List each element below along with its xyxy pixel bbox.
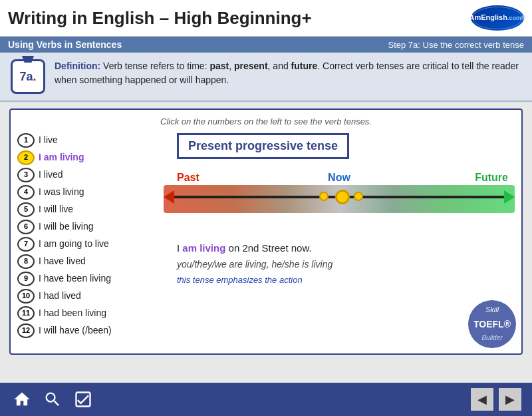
nav-section-label: Using Verbs in Sentences (8, 39, 122, 50)
verb-num-3: 3 (17, 168, 35, 182)
def-future: future (291, 61, 318, 71)
definition-text: Definition: Verb tense refers to time: p… (55, 59, 521, 87)
timeline-future-label: Future (475, 172, 508, 184)
definition-text1: Verb tense refers to time: (103, 61, 209, 71)
verb-text-8: I have lived (39, 255, 86, 268)
check-button[interactable] (72, 388, 94, 411)
bottom-bar: ◀ ▶ (0, 383, 532, 416)
timeline-dot-future (354, 192, 363, 201)
verb-list-item-9[interactable]: 9I have been living (17, 272, 157, 286)
verb-list-item-12[interactable]: 12I will have (/been) (17, 323, 157, 338)
timeline-dot-now (335, 190, 350, 204)
verb-list-item-11[interactable]: 11I had been living (17, 306, 157, 321)
example-area: I am living on 2nd Street now. you/they/… (164, 236, 515, 292)
nav-bar: Using Verbs in Sentences Step 7a: Use th… (0, 37, 532, 53)
header: Writing in English – High Beginning+ AmE… (0, 0, 532, 37)
verb-num-12: 12 (17, 323, 35, 338)
verb-text-10: I had lived (39, 290, 81, 303)
logo-domain: .com® (507, 15, 526, 21)
verb-list-item-7[interactable]: 7I am going to live (17, 237, 157, 252)
verb-text-5: I will live (39, 203, 73, 216)
timeline-now-label: Now (328, 172, 350, 184)
verb-num-11: 11 (17, 306, 35, 321)
verb-text-3: I lived (39, 168, 63, 182)
back-button[interactable]: ◀ (471, 388, 493, 411)
verb-text-9: I have been living (39, 272, 111, 286)
main-content: Click on the numbers on the left to see … (0, 102, 532, 361)
toefl-builder-label: Builder (481, 334, 502, 341)
timeline-past-label: Past (177, 172, 200, 184)
toefl-badge: Skill TOEFL® Builder (468, 300, 516, 348)
verb-list-item-4[interactable]: 4I was living (17, 185, 157, 200)
verb-num-2: 2 (17, 150, 35, 165)
search-button[interactable] (41, 388, 64, 411)
verb-num-9: 9 (17, 272, 35, 286)
logo: AmEnglish.com® (471, 5, 524, 31)
verb-list-item-8[interactable]: 8I have lived (17, 254, 157, 269)
verb-text-11: I had been living (39, 307, 106, 320)
verb-list-item-3[interactable]: 3I lived (17, 168, 157, 182)
def-present: present (234, 61, 268, 71)
verb-num-4: 4 (17, 185, 35, 200)
verb-text-1: I live (39, 134, 58, 147)
step-badge: 7a. (11, 59, 45, 94)
content-inner: 1I live2I am living3I lived4I was living… (17, 133, 515, 341)
verb-list: 1I live2I am living3I lived4I was living… (17, 133, 157, 341)
timeline: Past Now Future (164, 169, 515, 229)
instruction-text: Click on the numbers on the left to see … (17, 116, 515, 126)
verb-text-4: I was living (39, 186, 84, 199)
nav-arrows: ◀ ▶ (471, 388, 521, 411)
verb-num-6: 6 (17, 220, 35, 234)
verb-list-item-10[interactable]: 10I had lived (17, 289, 157, 304)
toefl-badge-outer: Skill TOEFL® Builder (468, 300, 516, 348)
toefl-skill-label: Skill (485, 306, 499, 313)
definition-area: 7a. Definition: Verb tense refers to tim… (0, 53, 532, 102)
verb-text-2: I am living (39, 151, 84, 164)
content-box: Click on the numbers on the left to see … (9, 108, 523, 355)
logo-text: AmEnglish (469, 13, 507, 21)
forward-button[interactable]: ▶ (499, 388, 521, 411)
verb-list-item-5[interactable]: 5I will live (17, 202, 157, 217)
example-conjugation: you/they/we are living, he/she is living (177, 259, 501, 270)
example-note: this tense emphasizes the action (177, 275, 501, 285)
nav-step-label: Step 7a: Use the correct verb tense (388, 40, 525, 50)
verb-num-5: 5 (17, 202, 35, 217)
verb-num-8: 8 (17, 254, 35, 269)
timeline-dot-past (319, 192, 329, 201)
verb-list-item-6[interactable]: 6I will be living (17, 220, 157, 234)
home-button[interactable] (11, 388, 33, 411)
verb-num-1: 1 (17, 133, 35, 148)
example-highlight: am living (182, 242, 225, 254)
app-title: Writing in English – High Beginning+ (8, 8, 312, 29)
def-past: past (209, 61, 229, 71)
definition-label: Definition: (55, 61, 100, 71)
logo-area: AmEnglish.com® (471, 5, 524, 31)
example-after: on 2nd Street now. (225, 242, 311, 254)
verb-text-7: I am going to live (39, 238, 109, 251)
tense-label-box: Present progressive tense (177, 133, 349, 159)
verb-num-10: 10 (17, 289, 35, 304)
verb-text-6: I will be living (39, 220, 93, 234)
right-panel: Present progressive tense Past Now Futur… (164, 133, 515, 341)
verb-text-12: I will have (/been) (39, 324, 112, 337)
example-sentence: I am living on 2nd Street now. (177, 242, 501, 254)
verb-list-item-1[interactable]: 1I live (17, 133, 157, 148)
toefl-main-label: TOEFL® (473, 319, 511, 329)
verb-list-item-2[interactable]: 2I am living (17, 150, 157, 165)
verb-num-7: 7 (17, 237, 35, 252)
svg-rect-0 (76, 393, 90, 407)
